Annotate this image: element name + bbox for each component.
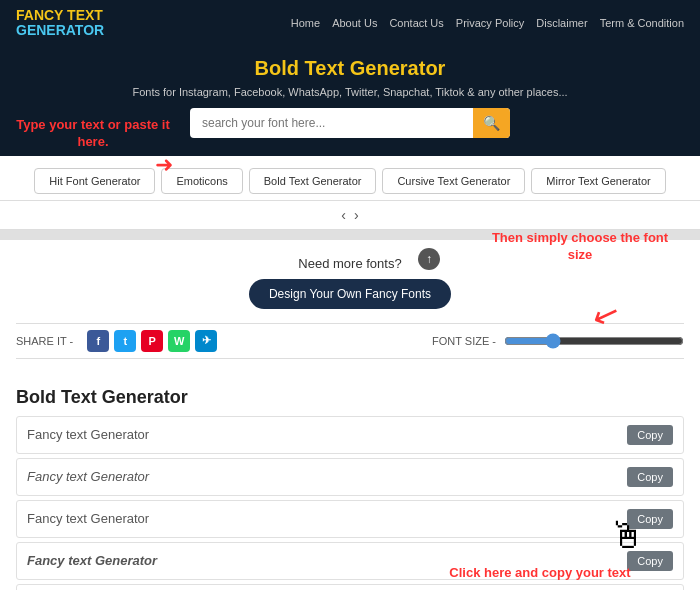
result-text: Fancy text Generator	[27, 427, 627, 442]
table-row: Fancy text GeneratorCopy	[16, 500, 684, 538]
hero-annotation: Type your text or paste it here.	[8, 117, 178, 151]
result-text: Fancy text Generator	[27, 553, 627, 568]
share-label: SHARE IT -	[16, 335, 73, 347]
copy-button[interactable]: Copy	[627, 509, 673, 529]
logo-generator: GENERATOR	[16, 23, 104, 38]
middle-annotation: Then simply choose the font size	[480, 230, 680, 264]
font-size-slider[interactable]	[504, 333, 684, 349]
results-title: Bold Text Generator	[16, 375, 684, 416]
facebook-icon[interactable]: f	[87, 330, 109, 352]
results-list: Fancy text GeneratorCopyFancy text Gener…	[16, 416, 684, 590]
search-input[interactable]	[190, 108, 510, 138]
circle-arrow-icon: ↑	[418, 248, 440, 270]
copy-button[interactable]: Copy	[627, 425, 673, 445]
nav-link[interactable]: Term & Condition	[600, 17, 684, 29]
table-row: Fancy text GeneratorCopy	[16, 416, 684, 454]
result-text: Fancy text Generator	[27, 469, 627, 484]
nav-link[interactable]: Disclaimer	[536, 17, 587, 29]
hero-subtitle: Fonts for Instagram, Facebook, WhatsApp,…	[20, 86, 680, 98]
results-section: Bold Text Generator Fancy text Generator…	[0, 375, 700, 590]
result-text: Fancy text Generator	[27, 511, 627, 526]
hero-title: Bold Text Generator	[20, 57, 680, 80]
category-button[interactable]: Bold Text Generator	[249, 168, 377, 194]
search-button[interactable]: 🔍	[473, 108, 510, 138]
table-row: Fancy text GeneratorCopy	[16, 458, 684, 496]
category-button[interactable]: Emoticons	[161, 168, 242, 194]
nav-link[interactable]: About Us	[332, 17, 377, 29]
table-row: Fancy text GeneratorCopy	[16, 542, 684, 580]
category-button[interactable]: Cursive Text Generator	[382, 168, 525, 194]
share-font-row: SHARE IT - f t P W ✈ FONT SIZE -	[16, 323, 684, 359]
social-icons: f t P W ✈	[87, 330, 217, 352]
middle-section: ↑ Then simply choose the font size ↙ Nee…	[0, 240, 700, 375]
font-size-label: FONT SIZE -	[432, 335, 496, 347]
category-button[interactable]: Mirror Text Generator	[531, 168, 665, 194]
need-more-text: Need more fonts?	[298, 256, 401, 271]
category-nav[interactable]: ‹ ›	[0, 201, 700, 230]
nav-link[interactable]: Privacy Policy	[456, 17, 524, 29]
table-row: Fancy text GeneratorCopy	[16, 584, 684, 590]
top-nav: FANCY TEXT GENERATOR HomeAbout UsContact…	[0, 0, 700, 47]
category-buttons: Hit Font GeneratorEmoticonsBold Text Gen…	[0, 156, 700, 201]
pinterest-icon[interactable]: P	[141, 330, 163, 352]
font-size-row: FONT SIZE -	[432, 333, 684, 349]
nav-link[interactable]: Home	[291, 17, 320, 29]
nav-links: HomeAbout UsContact UsPrivacy PolicyDisc…	[291, 17, 684, 29]
logo-fancy: FANCY TEXT	[16, 8, 104, 23]
hero-section: Type your text or paste it here. ➜ Bold …	[0, 47, 700, 156]
twitter-icon[interactable]: t	[114, 330, 136, 352]
logo: FANCY TEXT GENERATOR	[16, 8, 104, 39]
whatsapp-icon[interactable]: W	[168, 330, 190, 352]
telegram-icon[interactable]: ✈	[195, 330, 217, 352]
nav-link[interactable]: Contact Us	[389, 17, 443, 29]
nav-next[interactable]: ›	[354, 207, 359, 223]
search-bar: 🔍	[190, 108, 510, 138]
category-button[interactable]: Hit Font Generator	[34, 168, 155, 194]
copy-button[interactable]: Copy	[627, 551, 673, 571]
nav-prev[interactable]: ‹	[341, 207, 346, 223]
copy-button[interactable]: Copy	[627, 467, 673, 487]
design-button[interactable]: Design Your Own Fancy Fonts	[249, 279, 451, 309]
